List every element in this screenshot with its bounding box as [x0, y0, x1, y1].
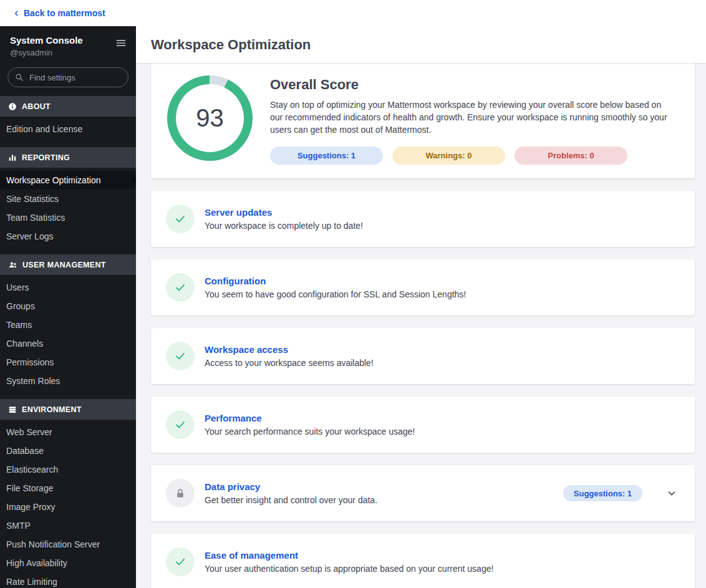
lock-icon — [166, 479, 195, 508]
search-icon — [15, 73, 24, 84]
sidebar-item-elasticsearch[interactable]: Elasticsearch — [0, 460, 136, 479]
sidebar-item-high-availability[interactable]: High Availability — [0, 554, 136, 572]
configuration-description: You seem to have good configuration for … — [205, 289, 466, 299]
system-console-sidebar: System Console @sysadmin ABOUT Editio — [0, 26, 136, 588]
chevron-left-icon — [12, 9, 21, 17]
page-title: Workspace Optimization — [151, 37, 311, 53]
sidebar-item-team-statistics[interactable]: Team Statistics — [0, 208, 136, 227]
configuration-card: Configuration You seem to have good conf… — [151, 259, 695, 316]
sidebar-item-permissions[interactable]: Permissions — [0, 353, 136, 372]
section-label: REPORTING — [22, 153, 70, 162]
console-title: System Console — [10, 34, 83, 47]
performance-description: Your search performance suits your works… — [205, 427, 415, 436]
section-label: USER MANAGEMENT — [22, 261, 106, 269]
sidebar-item-file-storage[interactable]: File Storage — [0, 479, 136, 498]
check-circle-icon — [166, 205, 195, 233]
sidebar-item-channels[interactable]: Channels — [0, 334, 136, 353]
bar-chart-icon — [8, 153, 17, 162]
sidebar-item-image-proxy[interactable]: Image Proxy — [0, 498, 136, 516]
overall-score-description: Stay on top of optimizing your Mattermos… — [270, 99, 675, 136]
problems-badge: Problems: 0 — [515, 147, 627, 165]
menu-icon[interactable] — [115, 37, 127, 52]
warnings-badge: Warnings: 0 — [392, 147, 505, 165]
server-updates-description: Your workspace is completely up to date! — [205, 221, 363, 231]
ease-of-management-card: Ease of management Your user authenticat… — [151, 534, 695, 588]
sidebar-item-server-logs[interactable]: Server Logs — [0, 227, 136, 246]
sidebar-item-system-roles[interactable]: System Roles — [0, 372, 136, 390]
server-updates-link[interactable]: Server updates — [205, 207, 272, 218]
section-reporting: REPORTING — [0, 147, 136, 168]
page-header: Workspace Optimization — [136, 26, 706, 63]
performance-link[interactable]: Performance — [205, 413, 262, 423]
section-label: ABOUT — [22, 102, 51, 111]
data-privacy-suggestions-badge: Suggestions: 1 — [563, 485, 642, 501]
back-to-mattermost-link[interactable]: Back to mattermost — [12, 8, 105, 18]
sidebar-item-database[interactable]: Database — [0, 441, 136, 460]
data-privacy-link[interactable]: Data privacy — [205, 481, 260, 492]
performance-card: Performance Your search performance suit… — [151, 397, 695, 453]
users-icon — [8, 261, 17, 269]
search-input[interactable] — [7, 67, 128, 87]
section-label: ENVIRONMENT — [22, 405, 82, 414]
expand-data-privacy-button[interactable] — [664, 485, 680, 501]
back-link-label: Back to mattermost — [24, 8, 105, 18]
sidebar-item-workspace-optimization[interactable]: Workspace Optimization — [0, 171, 136, 190]
sidebar-item-web-server[interactable]: Web Server — [0, 423, 136, 441]
sidebar-item-smtp[interactable]: SMTP — [0, 516, 136, 535]
section-environment: ENVIRONMENT — [0, 399, 136, 420]
workspace-access-description: Access to your workspace seems available… — [205, 358, 374, 368]
sidebar-item-label: Workspace Optimization — [6, 175, 100, 185]
info-icon — [8, 102, 17, 111]
chevron-down-icon — [666, 488, 677, 499]
sidebar-item-rate-limiting[interactable]: Rate Limiting — [0, 572, 136, 588]
content-area: 93 Overall Score Stay on top of optimizi… — [136, 63, 706, 588]
section-about: ABOUT — [0, 96, 136, 117]
suggestions-badge: Suggestions: 1 — [270, 147, 383, 165]
active-item-caret — [131, 176, 136, 185]
sidebar-header: System Console @sysadmin — [0, 26, 136, 62]
configuration-link[interactable]: Configuration — [205, 276, 266, 286]
sidebar-item-edition-and-license[interactable]: Edition and License — [0, 120, 136, 138]
settings-search — [7, 67, 128, 87]
topbar: Back to mattermost — [0, 0, 706, 26]
score-donut-chart: 93 — [167, 75, 253, 161]
server-updates-card: Server updates Your workspace is complet… — [151, 191, 695, 247]
console-user: @sysadmin — [10, 47, 83, 59]
sidebar-item-push-notification-server[interactable]: Push Notification Server — [0, 535, 136, 554]
score-badges: Suggestions: 1 Warnings: 0 Problems: 0 — [270, 147, 675, 165]
check-circle-icon — [166, 273, 195, 302]
sidebar-item-teams[interactable]: Teams — [0, 316, 136, 334]
main-panel: Workspace Optimization 93 Overall Score … — [136, 26, 706, 588]
server-stack-icon — [8, 405, 17, 414]
check-circle-icon — [166, 410, 195, 439]
overall-score-title: Overall Score — [270, 77, 675, 93]
ease-of-management-link[interactable]: Ease of management — [205, 550, 298, 561]
data-privacy-description: Get better insight and control over your… — [205, 495, 377, 505]
sidebar-item-groups[interactable]: Groups — [0, 297, 136, 316]
workspace-access-card: Workspace access Access to your workspac… — [151, 328, 695, 384]
workspace-access-link[interactable]: Workspace access — [205, 344, 288, 355]
section-user-management: USER MANAGEMENT — [0, 254, 136, 275]
check-circle-icon — [166, 342, 195, 370]
sidebar-nav: ABOUT Edition and License REPORTING Work… — [0, 96, 136, 588]
sidebar-item-site-statistics[interactable]: Site Statistics — [0, 190, 136, 208]
overall-score-card: 93 Overall Score Stay on top of optimizi… — [151, 63, 695, 178]
sidebar-item-users[interactable]: Users — [0, 278, 136, 297]
ease-of-management-description: Your user authentication setup is approp… — [205, 564, 493, 574]
data-privacy-card: Data privacy Get better insight and cont… — [151, 465, 695, 521]
score-value: 93 — [196, 104, 224, 132]
check-circle-icon — [166, 547, 195, 576]
